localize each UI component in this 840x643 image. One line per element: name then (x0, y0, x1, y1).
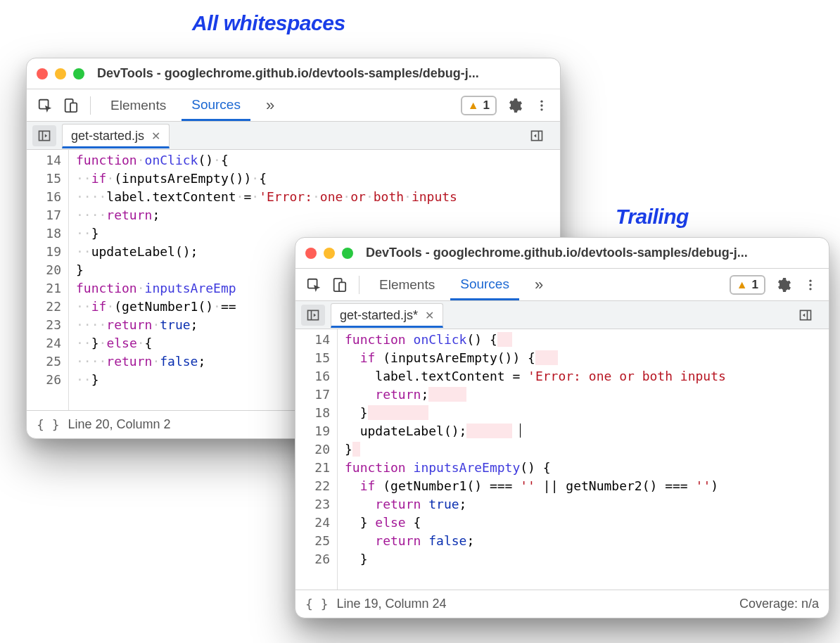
settings-gear-icon[interactable] (771, 275, 795, 295)
file-tabstrip: get-started.js* ✕ (295, 301, 829, 329)
svg-rect-16 (308, 310, 319, 319)
inspect-element-icon[interactable] (304, 275, 324, 295)
titlebar: DevTools - googlechrome.github.io/devtoo… (27, 58, 560, 89)
tab-sources[interactable]: Sources (182, 90, 250, 121)
debugger-toggle-icon[interactable] (525, 125, 549, 146)
svg-point-13 (809, 279, 811, 281)
warnings-badge[interactable]: ▲ 1 (730, 275, 765, 295)
warning-icon: ▲ (737, 279, 748, 291)
file-tab-active[interactable]: get-started.js* ✕ (331, 303, 443, 328)
minimize-window-button[interactable] (324, 248, 335, 259)
toolbar-divider (359, 276, 359, 294)
code-editor[interactable]: 14151617181920212223242526 function onCl… (295, 329, 829, 590)
svg-point-4 (540, 104, 542, 106)
close-tab-icon[interactable]: ✕ (151, 129, 160, 143)
file-tab-label: get-started.js* (340, 308, 418, 323)
pretty-print-icon[interactable]: { } (37, 417, 60, 432)
file-tab-active[interactable]: get-started.js ✕ (62, 124, 170, 148)
warnings-count: 1 (752, 278, 758, 292)
zoom-window-button[interactable] (73, 68, 84, 79)
close-window-button[interactable] (305, 248, 317, 259)
statusbar: { } Line 19, Column 24 Coverage: n/a (295, 590, 829, 618)
svg-point-15 (809, 288, 811, 290)
warnings-badge[interactable]: ▲ 1 (461, 96, 497, 115)
svg-point-5 (540, 108, 542, 110)
line-gutter: 14151617181920212223242526 (295, 329, 338, 590)
file-tab-label: get-started.js (71, 129, 144, 144)
file-tabstrip: get-started.js ✕ (27, 122, 560, 150)
window-title: DevTools - googlechrome.github.io/devtoo… (360, 246, 819, 260)
zoom-window-button[interactable] (342, 248, 353, 259)
titlebar: DevTools - googlechrome.github.io/devtoo… (295, 238, 829, 269)
svg-rect-6 (39, 131, 50, 140)
toolbar-divider (90, 96, 91, 115)
more-tabs-button[interactable]: » (256, 89, 284, 121)
kebab-menu-icon[interactable] (801, 275, 820, 295)
tab-elements[interactable]: Elements (101, 91, 176, 120)
close-window-button[interactable] (37, 68, 48, 79)
pretty-print-icon[interactable]: { } (305, 597, 329, 611)
minimize-window-button[interactable] (55, 68, 66, 79)
svg-rect-2 (70, 103, 77, 112)
tab-sources[interactable]: Sources (450, 269, 519, 300)
main-toolbar: Elements Sources » ▲ 1 (295, 269, 829, 301)
navigator-toggle-icon[interactable] (32, 125, 56, 146)
svg-rect-18 (801, 310, 811, 319)
svg-rect-12 (339, 282, 345, 291)
tab-elements[interactable]: Elements (369, 270, 445, 299)
inspect-element-icon[interactable] (35, 96, 55, 115)
window-title: DevTools - googlechrome.github.io/devtoo… (91, 66, 550, 81)
coverage-status: Coverage: n/a (739, 597, 819, 611)
navigator-toggle-icon[interactable] (301, 305, 325, 326)
debugger-toggle-icon[interactable] (794, 305, 817, 326)
svg-rect-8 (532, 131, 542, 140)
caption-trailing: Trailing (616, 205, 689, 229)
device-toggle-icon[interactable] (61, 96, 80, 115)
svg-point-3 (540, 100, 542, 102)
warnings-count: 1 (483, 98, 490, 113)
code-content[interactable]: function onClick() { if (inputsAreEmpty(… (338, 329, 829, 590)
main-toolbar: Elements Sources » ▲ 1 (27, 89, 560, 122)
close-tab-icon[interactable]: ✕ (425, 309, 434, 322)
warning-icon: ▲ (468, 99, 479, 112)
devtools-window-2: DevTools - googlechrome.github.io/devtoo… (295, 237, 829, 618)
kebab-menu-icon[interactable] (532, 96, 552, 115)
settings-gear-icon[interactable] (502, 96, 526, 115)
device-toggle-icon[interactable] (329, 275, 349, 295)
cursor-position: Line 20, Column 2 (68, 417, 171, 432)
caption-all-whitespaces: All whitespaces (192, 11, 345, 35)
svg-point-14 (809, 284, 811, 286)
more-tabs-button[interactable]: » (525, 269, 553, 300)
cursor-position: Line 19, Column 24 (337, 597, 447, 611)
line-gutter: 14151617181920212223242526 (27, 150, 69, 410)
